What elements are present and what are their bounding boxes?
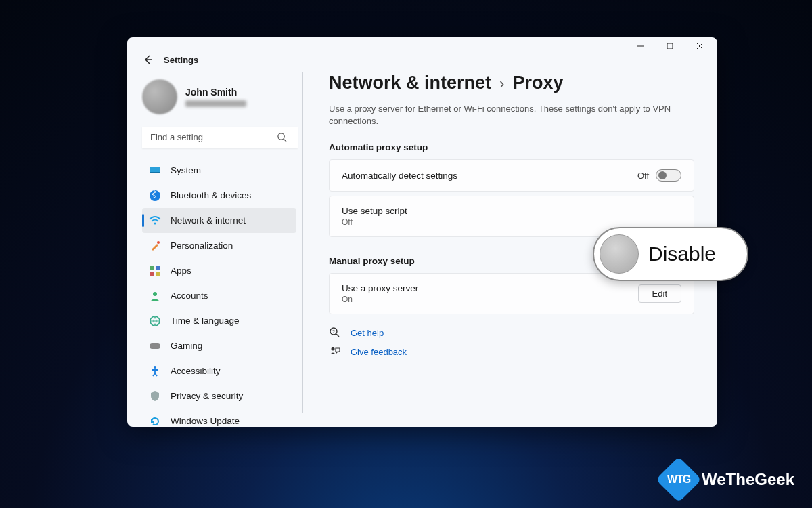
clock-globe-icon <box>149 315 161 327</box>
sidebar-item-gaming[interactable]: Gaming <box>142 333 296 358</box>
sidebar-item-label: Windows Update <box>171 416 240 426</box>
wifi-icon <box>149 215 161 227</box>
breadcrumb-parent[interactable]: Network & internet <box>329 72 491 93</box>
accessibility-icon <box>149 365 161 377</box>
sidebar-item-label: Accounts <box>171 291 208 301</box>
app-title: Settings <box>164 55 198 65</box>
callout-label: Disable <box>648 242 716 266</box>
nav-list: System Bluetooth & devices Network & int… <box>142 158 296 427</box>
minimize-button[interactable] <box>625 37 655 56</box>
watermark: WTG WeTheGeek <box>662 463 794 496</box>
svg-rect-14 <box>150 272 154 276</box>
breadcrumb: Network & internet › Proxy <box>329 72 694 93</box>
svg-rect-12 <box>150 266 154 270</box>
close-button[interactable] <box>685 37 715 56</box>
sidebar-item-privacy[interactable]: Privacy & security <box>142 383 296 408</box>
svg-rect-19 <box>150 343 160 349</box>
sidebar-item-accounts[interactable]: Accounts <box>142 283 296 308</box>
toggle-auto-detect[interactable] <box>656 169 681 182</box>
svg-point-11 <box>157 241 160 244</box>
sidebar-item-system[interactable]: System <box>142 158 296 183</box>
help-icon: ? <box>329 326 341 339</box>
edit-button[interactable]: Edit <box>638 284 681 303</box>
watermark-text: WeTheGeek <box>702 470 794 489</box>
card-subtext: On <box>342 295 418 304</box>
chevron-right-icon: › <box>499 75 504 93</box>
sidebar-item-update[interactable]: Windows Update <box>142 408 296 427</box>
feedback-link[interactable]: Give feedback <box>351 347 407 357</box>
sidebar-item-time[interactable]: Time & language <box>142 308 296 333</box>
svg-point-5 <box>278 133 284 140</box>
maximize-button[interactable] <box>655 37 685 56</box>
svg-rect-1 <box>667 43 673 49</box>
svg-line-22 <box>336 334 339 337</box>
apps-icon <box>149 265 161 277</box>
sidebar: John Smith System Bluetooth & devices Ne… <box>127 70 303 419</box>
profile-name: John Smith <box>185 87 246 98</box>
help-link[interactable]: Get help <box>351 328 384 338</box>
sidebar-item-accessibility[interactable]: Accessibility <box>142 358 296 383</box>
card-title: Automatically detect settings <box>342 171 457 181</box>
profile-block[interactable]: John Smith <box>142 74 296 127</box>
sidebar-item-label: Accessibility <box>171 366 221 376</box>
link-get-help[interactable]: ? Get help <box>329 326 694 339</box>
search-icon <box>277 132 287 145</box>
sidebar-item-label: Gaming <box>171 341 202 351</box>
sidebar-item-personalization[interactable]: Personalization <box>142 233 296 258</box>
svg-point-10 <box>154 222 156 224</box>
brush-icon <box>149 240 161 252</box>
svg-line-6 <box>284 139 286 142</box>
svg-point-16 <box>153 292 157 296</box>
shield-icon <box>149 390 161 402</box>
person-icon <box>149 290 161 302</box>
profile-subtext <box>185 100 246 107</box>
link-feedback[interactable]: Give feedback <box>329 345 694 358</box>
svg-point-24 <box>332 347 335 351</box>
sidebar-item-network[interactable]: Network & internet <box>142 208 296 233</box>
svg-rect-8 <box>150 172 160 173</box>
sidebar-divider <box>302 72 303 413</box>
svg-rect-13 <box>156 266 160 270</box>
toggle-knob-icon <box>600 234 639 274</box>
search-input[interactable] <box>142 127 298 148</box>
sidebar-item-label: Personalization <box>171 240 233 251</box>
sidebar-item-label: Network & internet <box>171 215 246 226</box>
display-icon <box>149 165 161 177</box>
sidebar-item-label: Apps <box>171 266 191 276</box>
back-button[interactable] <box>142 54 154 66</box>
section-auto-title: Automatic proxy setup <box>329 142 694 152</box>
svg-rect-15 <box>156 272 160 276</box>
sidebar-item-label: Time & language <box>171 316 240 326</box>
card-subtext: Off <box>342 217 407 227</box>
breadcrumb-current: Proxy <box>512 72 563 93</box>
svg-text:?: ? <box>332 329 335 334</box>
svg-point-20 <box>154 366 156 369</box>
sidebar-item-apps[interactable]: Apps <box>142 258 296 283</box>
bluetooth-icon <box>149 190 161 202</box>
search-wrap <box>142 127 296 148</box>
sidebar-item-label: Bluetooth & devices <box>171 190 251 200</box>
toggle-state-label: Off <box>637 171 649 181</box>
feedback-icon <box>329 345 341 358</box>
titlebar <box>127 37 717 54</box>
card-title: Use a proxy server <box>342 283 418 293</box>
card-title: Use setup script <box>342 206 407 216</box>
avatar <box>142 79 177 114</box>
sidebar-item-label: System <box>171 165 201 175</box>
watermark-badge: WTG <box>656 457 702 503</box>
sidebar-item-label: Privacy & security <box>171 391 243 401</box>
page-description: Use a proxy server for Ethernet or Wi-Fi… <box>329 103 681 127</box>
update-icon <box>149 415 161 427</box>
sidebar-item-bluetooth[interactable]: Bluetooth & devices <box>142 183 296 208</box>
gamepad-icon <box>149 340 161 352</box>
card-auto-detect: Automatically detect settings Off <box>329 159 694 192</box>
annotation-callout: Disable <box>593 227 748 281</box>
